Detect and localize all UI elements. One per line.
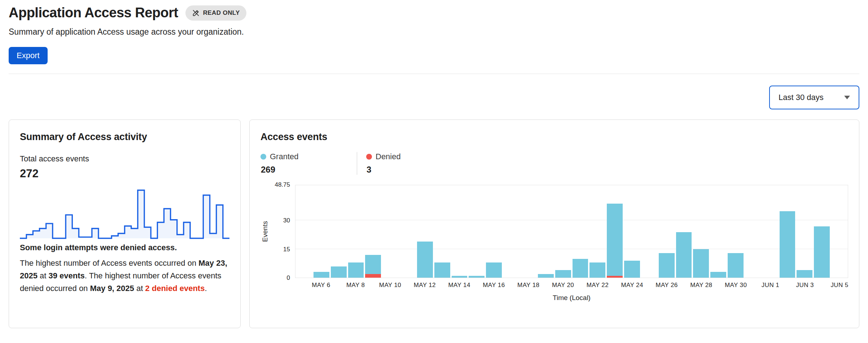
bar-granted bbox=[814, 226, 830, 278]
x-tick-label: MAY 14 bbox=[448, 282, 470, 289]
bar-slot bbox=[537, 185, 554, 278]
bar-granted bbox=[659, 253, 675, 278]
bar-slot bbox=[675, 185, 693, 278]
x-tick-cell: MAY 20 bbox=[554, 282, 572, 292]
header: Application Access Report READ ONLY bbox=[9, 5, 859, 21]
x-tick-label: MAY 22 bbox=[587, 282, 609, 289]
bar-slot bbox=[830, 185, 848, 278]
bar-slot bbox=[589, 185, 606, 278]
x-tick-cell: MAY 24 bbox=[623, 282, 641, 292]
page-title: Application Access Report bbox=[9, 5, 178, 21]
denied-alert-text: Some login attempts were denied access. bbox=[20, 243, 229, 252]
bar-slot bbox=[364, 185, 382, 278]
bar-denied bbox=[365, 274, 381, 278]
legend-item-denied: Denied 3 bbox=[357, 152, 401, 175]
bar-granted bbox=[693, 249, 709, 278]
y-axis-title: Events bbox=[260, 185, 270, 278]
x-tick-cell bbox=[814, 282, 831, 292]
header-divider bbox=[9, 74, 859, 74]
bar-slot bbox=[399, 185, 416, 278]
bar-granted bbox=[780, 211, 795, 278]
y-tick: 15 bbox=[283, 246, 290, 253]
x-tick-label: MAY 28 bbox=[690, 282, 712, 289]
x-tick-cell: JUN 1 bbox=[762, 282, 779, 292]
bar-granted bbox=[589, 262, 605, 278]
x-tick-label: JUN 3 bbox=[796, 282, 814, 289]
bar-granted bbox=[728, 253, 744, 278]
x-tick-cell bbox=[779, 282, 796, 292]
legend-label-granted: Granted bbox=[270, 152, 299, 161]
summary-card-title: Summary of Access activity bbox=[20, 131, 229, 143]
bar-slot bbox=[416, 185, 434, 278]
bar-granted bbox=[469, 276, 485, 278]
bar-slot bbox=[295, 185, 313, 278]
bar-slot bbox=[710, 185, 727, 278]
x-tick-label: MAY 10 bbox=[379, 282, 401, 289]
bar-slot bbox=[692, 185, 710, 278]
page-subtitle: Summary of application Access usage acro… bbox=[9, 27, 859, 37]
x-tick-label: MAY 20 bbox=[552, 282, 574, 289]
bar-slot bbox=[554, 185, 572, 278]
x-tick-cell: MAY 10 bbox=[382, 282, 399, 292]
x-tick-label: MAY 8 bbox=[346, 282, 365, 289]
detail-text-part: 39 events bbox=[49, 271, 85, 280]
time-range-select[interactable]: Last 30 days bbox=[769, 86, 859, 109]
read-only-badge: READ ONLY bbox=[185, 5, 246, 21]
bar-denied bbox=[607, 276, 623, 278]
detail-text-part: May 9, 2025 bbox=[90, 284, 134, 293]
x-tick-cell: MAY 18 bbox=[520, 282, 537, 292]
bar-granted bbox=[624, 261, 640, 278]
page: Application Access Report READ ONLY Summ… bbox=[0, 0, 868, 328]
x-tick-label: MAY 6 bbox=[312, 282, 330, 289]
bar-slot bbox=[434, 185, 451, 278]
cards-row: Summary of Access activity Total access … bbox=[9, 120, 859, 328]
bar-chart: Events 48.75 30 15 0 bbox=[260, 185, 848, 278]
x-axis-labels: MAY 6MAY 8MAY 10MAY 12MAY 14MAY 16MAY 18… bbox=[295, 282, 848, 292]
detail-text-part: at bbox=[134, 284, 145, 293]
activity-sparkline bbox=[20, 186, 229, 240]
x-tick-cell: MAY 14 bbox=[451, 282, 468, 292]
bar-granted bbox=[555, 270, 571, 278]
bar-granted bbox=[573, 259, 588, 278]
legend-item-granted: Granted 269 bbox=[260, 152, 357, 175]
bar-slot bbox=[641, 185, 658, 278]
bars bbox=[295, 185, 848, 278]
x-tick-cell bbox=[295, 282, 312, 292]
access-events-card: Access events Granted 269 Denied 3 bbox=[249, 120, 859, 328]
bar-granted bbox=[314, 272, 329, 278]
y-axis-ticks: 48.75 30 15 0 bbox=[270, 185, 295, 278]
bar-slot bbox=[779, 185, 796, 278]
bar-slot bbox=[727, 185, 744, 278]
bar-slot bbox=[485, 185, 503, 278]
detail-text-part: The highest number of Access events occu… bbox=[20, 259, 198, 268]
bar-granted bbox=[331, 266, 347, 278]
bar-slot bbox=[796, 185, 813, 278]
total-events-label: Total access events bbox=[20, 154, 229, 164]
x-tick-label: MAY 16 bbox=[483, 282, 505, 289]
bar-granted bbox=[538, 274, 554, 278]
x-tick-cell bbox=[330, 282, 347, 292]
bar-slot bbox=[330, 185, 347, 278]
plot-area bbox=[295, 185, 848, 278]
filter-row: Last 30 days bbox=[9, 86, 859, 109]
bar-slot bbox=[347, 185, 365, 278]
legend-dot-denied bbox=[366, 154, 372, 160]
y-tick: 48.75 bbox=[275, 181, 290, 189]
legend-value-denied: 3 bbox=[367, 165, 401, 175]
time-range-value: Last 30 days bbox=[779, 93, 824, 102]
activity-detail-text: The highest number of Access events occu… bbox=[20, 257, 229, 295]
x-tick-label: JUN 5 bbox=[830, 282, 848, 289]
legend-value-granted: 269 bbox=[261, 165, 357, 175]
bar-granted bbox=[452, 276, 468, 278]
x-tick-cell: MAY 12 bbox=[416, 282, 433, 292]
read-only-badge-label: READ ONLY bbox=[203, 9, 240, 17]
y-tick: 30 bbox=[283, 217, 290, 225]
detail-text-part: at bbox=[38, 271, 49, 280]
export-button[interactable]: Export bbox=[9, 47, 48, 64]
bar-slot bbox=[606, 185, 623, 278]
bar-granted bbox=[710, 272, 726, 278]
bar-slot bbox=[468, 185, 485, 278]
bar-slot bbox=[313, 185, 330, 278]
bar-granted bbox=[607, 204, 623, 276]
x-tick-label: MAY 12 bbox=[414, 282, 436, 289]
